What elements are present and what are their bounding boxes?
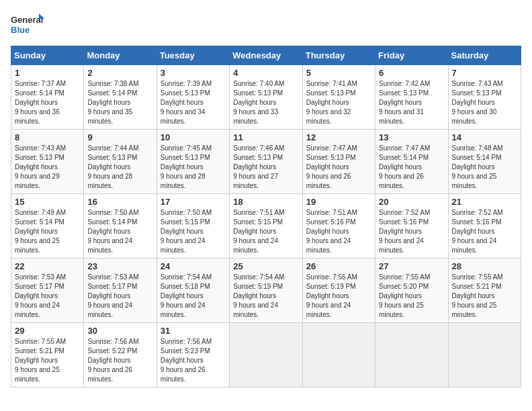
daylight-value: 9 hours and 30 minutes.: [452, 108, 497, 125]
day-info: Sunrise: 7:47 AM Sunset: 5:13 PM Dayligh…: [306, 144, 371, 191]
calendar-cell: 20 Sunrise: 7:52 AM Sunset: 5:16 PM Dayl…: [375, 194, 448, 259]
daylight-label: Daylight hours: [15, 292, 58, 300]
sunset-label: Sunset: 5:15 PM: [233, 218, 283, 226]
calendar-cell: 23 Sunrise: 7:53 AM Sunset: 5:17 PM Dayl…: [84, 259, 157, 323]
sunset-label: Sunset: 5:19 PM: [233, 283, 283, 290]
sunrise-label: Sunrise: 7:55 AM: [452, 273, 503, 281]
day-info: Sunrise: 7:38 AM Sunset: 5:14 PM Dayligh…: [87, 79, 152, 126]
weekday-header: Tuesday: [157, 46, 229, 65]
daylight-label: Daylight hours: [161, 228, 204, 235]
daylight-label: Daylight hours: [161, 163, 204, 171]
day-info: Sunrise: 7:44 AM Sunset: 5:13 PM Dayligh…: [87, 144, 152, 191]
daylight-label: Daylight hours: [452, 99, 495, 106]
day-number: 22: [15, 261, 80, 271]
daylight-value: 9 hours and 24 minutes.: [161, 237, 206, 254]
daylight-value: 9 hours and 33 minutes.: [233, 108, 278, 125]
sunrise-label: Sunrise: 7:41 AM: [306, 80, 357, 87]
day-number: 6: [379, 68, 444, 78]
sunrise-label: Sunrise: 7:48 AM: [452, 144, 503, 152]
day-info: Sunrise: 7:46 AM Sunset: 5:13 PM Dayligh…: [233, 144, 298, 191]
sunrise-label: Sunrise: 7:54 AM: [233, 273, 284, 281]
day-number: 19: [306, 197, 371, 207]
sunset-label: Sunset: 5:13 PM: [15, 154, 64, 161]
daylight-value: 9 hours and 25 minutes.: [452, 173, 497, 189]
day-info: Sunrise: 7:56 AM Sunset: 5:23 PM Dayligh…: [161, 337, 226, 384]
sunset-label: Sunset: 5:20 PM: [379, 283, 429, 290]
daylight-label: Daylight hours: [452, 228, 495, 235]
day-info: Sunrise: 7:50 AM Sunset: 5:15 PM Dayligh…: [161, 208, 226, 255]
day-number: 15: [15, 197, 80, 207]
sunset-label: Sunset: 5:14 PM: [15, 218, 64, 226]
calendar-cell: 17 Sunrise: 7:50 AM Sunset: 5:15 PM Dayl…: [157, 194, 229, 259]
calendar-cell: 25 Sunrise: 7:54 AM Sunset: 5:19 PM Dayl…: [230, 259, 302, 323]
day-info: Sunrise: 7:54 AM Sunset: 5:18 PM Dayligh…: [161, 273, 226, 320]
daylight-value: 9 hours and 24 minutes.: [379, 237, 424, 254]
day-info: Sunrise: 7:55 AM Sunset: 5:19 PM Dayligh…: [306, 273, 371, 320]
sunrise-label: Sunrise: 7:56 AM: [87, 338, 138, 345]
day-info: Sunrise: 7:53 AM Sunset: 5:17 PM Dayligh…: [15, 273, 80, 320]
sunrise-label: Sunrise: 7:55 AM: [306, 273, 357, 281]
sunrise-label: Sunrise: 7:37 AM: [15, 80, 66, 87]
sunset-label: Sunset: 5:13 PM: [452, 89, 502, 97]
calendar-cell: 12 Sunrise: 7:47 AM Sunset: 5:13 PM Dayl…: [302, 130, 375, 194]
sunset-label: Sunset: 5:23 PM: [161, 347, 210, 355]
daylight-label: Daylight hours: [233, 228, 276, 235]
daylight-label: Daylight hours: [306, 99, 349, 106]
daylight-label: Daylight hours: [161, 357, 204, 364]
day-info: Sunrise: 7:54 AM Sunset: 5:19 PM Dayligh…: [233, 273, 298, 320]
sunrise-label: Sunrise: 7:46 AM: [233, 144, 284, 152]
daylight-value: 9 hours and 26 minutes.: [379, 173, 424, 189]
day-info: Sunrise: 7:48 AM Sunset: 5:14 PM Dayligh…: [452, 144, 517, 191]
daylight-value: 9 hours and 24 minutes.: [87, 237, 132, 254]
sunrise-label: Sunrise: 7:56 AM: [161, 338, 212, 345]
sunset-label: Sunset: 5:14 PM: [87, 89, 137, 97]
daylight-value: 9 hours and 35 minutes.: [87, 108, 132, 125]
weekday-header: Saturday: [448, 46, 521, 65]
calendar-cell: 16 Sunrise: 7:50 AM Sunset: 5:14 PM Dayl…: [84, 194, 157, 259]
day-info: Sunrise: 7:55 AM Sunset: 5:20 PM Dayligh…: [379, 273, 444, 320]
daylight-value: 9 hours and 31 minutes.: [379, 108, 424, 125]
calendar-cell: 15 Sunrise: 7:49 AM Sunset: 5:14 PM Dayl…: [11, 194, 84, 259]
day-number: 14: [452, 132, 517, 142]
sunrise-label: Sunrise: 7:53 AM: [87, 273, 138, 281]
daylight-label: Daylight hours: [233, 292, 276, 300]
daylight-value: 9 hours and 24 minutes.: [161, 302, 206, 318]
logo: General Blue: [11, 11, 44, 40]
sunrise-label: Sunrise: 7:55 AM: [15, 338, 66, 345]
sunrise-label: Sunrise: 7:43 AM: [15, 144, 66, 152]
daylight-value: 9 hours and 25 minutes.: [379, 302, 424, 318]
daylight-value: 9 hours and 24 minutes.: [233, 237, 278, 254]
page-header: General Blue: [11, 11, 521, 40]
sunrise-label: Sunrise: 7:45 AM: [161, 144, 212, 152]
daylight-label: Daylight hours: [452, 292, 495, 300]
calendar-table: SundayMondayTuesdayWednesdayThursdayFrid…: [11, 46, 521, 387]
daylight-label: Daylight hours: [233, 99, 276, 106]
calendar-cell: 19 Sunrise: 7:51 AM Sunset: 5:16 PM Dayl…: [302, 194, 375, 259]
sunset-label: Sunset: 5:21 PM: [452, 283, 502, 290]
daylight-label: Daylight hours: [87, 357, 130, 364]
daylight-label: Daylight hours: [87, 99, 130, 106]
day-number: 3: [161, 68, 226, 78]
sunrise-label: Sunrise: 7:51 AM: [306, 209, 357, 216]
weekday-header: Friday: [375, 46, 448, 65]
daylight-label: Daylight hours: [306, 292, 349, 300]
calendar-cell: [448, 323, 521, 387]
daylight-value: 9 hours and 24 minutes.: [233, 302, 278, 318]
calendar-cell: 10 Sunrise: 7:45 AM Sunset: 5:13 PM Dayl…: [157, 130, 229, 194]
day-number: 1: [15, 68, 80, 78]
calendar-cell: 31 Sunrise: 7:56 AM Sunset: 5:23 PM Dayl…: [157, 323, 229, 387]
daylight-label: Daylight hours: [15, 163, 58, 171]
daylight-value: 9 hours and 28 minutes.: [161, 173, 206, 189]
daylight-label: Daylight hours: [87, 228, 130, 235]
day-info: Sunrise: 7:42 AM Sunset: 5:13 PM Dayligh…: [379, 79, 444, 126]
calendar-cell: 2 Sunrise: 7:38 AM Sunset: 5:14 PM Dayli…: [84, 65, 157, 130]
daylight-value: 9 hours and 24 minutes.: [15, 302, 60, 318]
sunset-label: Sunset: 5:17 PM: [15, 283, 64, 290]
weekday-header: Thursday: [302, 46, 375, 65]
calendar-cell: 11 Sunrise: 7:46 AM Sunset: 5:13 PM Dayl…: [230, 130, 302, 194]
day-number: 13: [379, 132, 444, 142]
svg-text:General: General: [11, 15, 43, 25]
day-number: 12: [306, 132, 371, 142]
day-info: Sunrise: 7:39 AM Sunset: 5:13 PM Dayligh…: [161, 79, 226, 126]
sunset-label: Sunset: 5:13 PM: [379, 89, 429, 97]
